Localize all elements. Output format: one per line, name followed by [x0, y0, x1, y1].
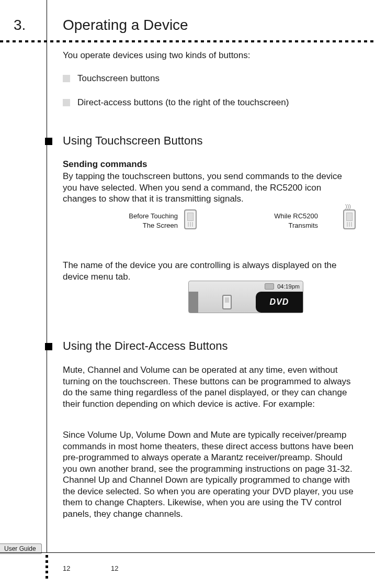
- dotted-rule: [0, 40, 375, 42]
- page-number: 12: [63, 564, 70, 572]
- remote-icon-idle: [184, 209, 197, 229]
- device-label: DVD: [256, 292, 303, 313]
- bullet-touchscreen: Touchscreen buttons: [63, 73, 160, 84]
- caption-before: Before Touching The Screen: [115, 212, 178, 230]
- signal-waves-icon: ))): [345, 203, 351, 209]
- bullet-direct-access: Direct-access buttons (to the right of t…: [63, 97, 289, 108]
- caption-line: While RC5200: [274, 212, 318, 220]
- section-title: Using Touchscreen Buttons: [63, 134, 202, 148]
- bullet-text: Touchscreen buttons: [77, 73, 160, 84]
- paragraph-sending-commands: By tapping the touchscreen buttons, you …: [63, 171, 356, 205]
- section-heading-touchscreen: Using Touchscreen Buttons: [52, 134, 202, 148]
- section-heading-direct-access: Using the Direct-Access Buttons: [52, 339, 228, 353]
- icon-caption-row: Before Touching The Screen While RC5200 …: [63, 209, 356, 235]
- subheading-sending-commands: Sending commands: [63, 159, 147, 170]
- page-number: 12: [111, 564, 118, 572]
- caption-line: Before Touching: [129, 212, 178, 220]
- paragraph-direct-access-intro: Mute, Channel and Volume can be operated…: [63, 364, 356, 409]
- section-square-icon: [45, 343, 52, 350]
- paragraph-direct-access-detail: Since Volume Up, Volume Down and Mute ar…: [63, 429, 356, 520]
- footer-vertical-dots: [46, 555, 48, 581]
- clock-time: 04:19pm: [277, 283, 300, 290]
- chapter-number: 3.: [14, 17, 26, 34]
- bullet-square-icon: [63, 99, 70, 106]
- footer-rule: [0, 552, 375, 553]
- left-tab-icon: [189, 292, 198, 313]
- vertical-rule: [47, 0, 47, 552]
- section-square-icon: [45, 138, 52, 145]
- caption-transmitting: While RC5200 Transmits: [260, 212, 318, 230]
- intro-text: You operate devices using two kinds of b…: [63, 50, 361, 61]
- caption-line: Transmits: [288, 221, 318, 229]
- remote-mini-icon: [222, 295, 232, 309]
- bullet-text: Direct-access buttons (to the right of t…: [77, 97, 289, 108]
- bullet-square-icon: [63, 75, 70, 82]
- remote-icon-transmitting: [343, 209, 356, 229]
- caption-line: The Screen: [143, 221, 178, 229]
- chapter-title: Operating a Device: [63, 17, 188, 34]
- device-menu-tab-figure: 04:19pm DVD: [188, 281, 303, 313]
- paragraph-device-name: The name of the device you are controlli…: [63, 260, 356, 282]
- section-title: Using the Direct-Access Buttons: [63, 339, 228, 353]
- home-icon: [265, 283, 274, 290]
